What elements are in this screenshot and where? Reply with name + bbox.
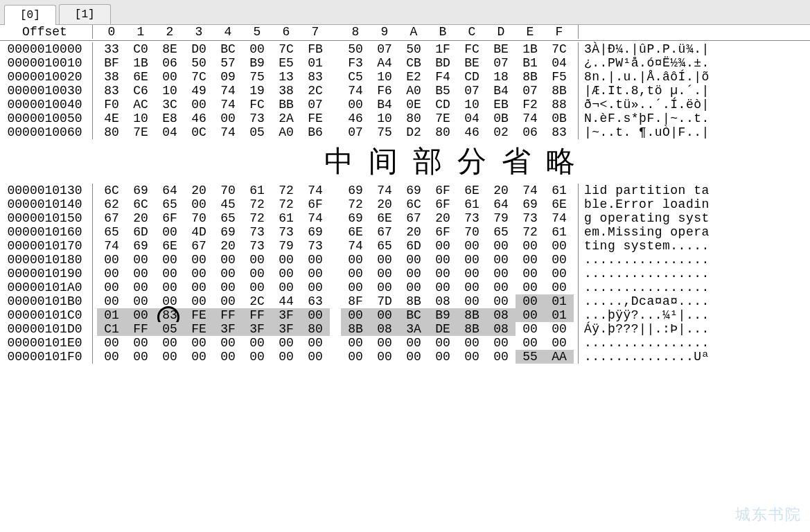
hex-byte[interactable]: 00 [370,253,399,267]
hex-byte[interactable]: 00 [457,253,486,267]
hex-byte[interactable]: 72 [243,211,272,225]
hex-byte[interactable]: 00 [155,350,184,364]
hex-byte[interactable]: 65 [486,225,516,239]
hex-byte[interactable]: 00 [428,336,457,350]
hex-byte[interactable]: 74 [97,239,126,253]
hex-byte[interactable]: 13 [272,70,301,84]
hex-byte[interactable]: 69 [126,184,155,197]
hex-byte[interactable]: 10 [370,112,399,125]
hex-byte[interactable]: 67 [370,225,399,239]
hex-byte[interactable]: 7C [545,42,574,56]
hex-byte[interactable]: FE [301,112,330,125]
hex-byte[interactable]: 6C [126,197,155,211]
hex-byte[interactable]: 19 [243,84,272,98]
hex-byte[interactable]: 73 [272,225,301,239]
hex-byte[interactable]: 18 [486,70,516,84]
hex-byte[interactable]: 00 [213,253,243,267]
hex-byte[interactable]: 69 [341,211,370,225]
hex-byte[interactable]: 73 [301,239,330,253]
hex-byte[interactable]: 67 [399,211,428,225]
hex-byte[interactable]: 62 [97,197,126,211]
hex-byte[interactable]: 74 [516,184,545,197]
hex-row[interactable]: 00000101C0010083FEFFFF3F000000BCB98B0800… [0,308,810,322]
hex-byte[interactable]: 61 [243,184,272,197]
hex-byte[interactable]: 07 [301,98,330,112]
hex-byte[interactable]: 00 [97,281,126,294]
hex-byte[interactable]: 00 [516,239,545,253]
hex-byte[interactable]: 00 [243,253,272,267]
hex-byte[interactable]: BE [457,56,486,70]
hex-byte[interactable]: 01 [97,308,126,322]
hex-row[interactable]: 0000010180000000000000000000000000000000… [0,253,810,267]
hex-byte[interactable]: 00 [370,308,399,322]
hex-byte[interactable]: 72 [516,225,545,239]
hex-row[interactable]: 00000101E0000000000000000000000000000000… [0,336,810,350]
hex-byte[interactable]: 74 [213,98,243,112]
hex-byte[interactable]: 00 [126,253,155,267]
hex-byte[interactable]: 01 [545,308,574,322]
hex-byte[interactable]: 8B [516,70,545,84]
hex-byte[interactable]: 3F [272,322,301,336]
hex-byte[interactable]: C5 [341,70,370,84]
hex-byte[interactable]: 6F [428,184,457,197]
hex-byte[interactable]: 6C [399,197,428,211]
hex-byte[interactable]: 50 [399,42,428,56]
hex-byte[interactable]: 00 [184,253,213,267]
hex-byte[interactable]: 73 [243,112,272,125]
hex-byte[interactable]: 6E [370,211,399,225]
hex-byte[interactable]: 65 [213,211,243,225]
hex-byte[interactable]: 80 [428,125,457,139]
hex-byte[interactable]: 00 [301,350,330,364]
hex-byte[interactable]: 70 [184,211,213,225]
hex-byte[interactable]: 07 [516,84,545,98]
hex-byte[interactable]: F2 [516,98,545,112]
hex-byte[interactable]: B6 [301,125,330,139]
hex-byte[interactable]: 20 [213,239,243,253]
hex-byte[interactable]: 00 [516,308,545,322]
hex-byte[interactable]: FC [457,42,486,56]
hex-byte[interactable]: 00 [399,350,428,364]
hex-byte[interactable]: 00 [370,336,399,350]
hex-byte[interactable]: 6C [97,184,126,197]
hex-row[interactable]: 00000101A0000000000000000000000000000000… [0,281,810,294]
hex-byte[interactable]: 07 [370,42,399,56]
hex-byte[interactable]: 80 [399,112,428,125]
hex-byte[interactable]: E8 [155,112,184,125]
hex-byte[interactable]: 00 [428,267,457,281]
hex-byte[interactable]: 02 [486,125,516,139]
hex-row[interactable]: 0000010190000000000000000000000000000000… [0,267,810,281]
hex-byte[interactable]: 70 [457,225,486,239]
hex-row[interactable]: 0000010010BF1B065057B9E501F3A4CBBDBE07B1… [0,56,810,70]
hex-row[interactable]: 0000010140626C65004572726F72206C6F616469… [0,197,810,211]
hex-byte[interactable]: AA [545,350,574,364]
hex-byte[interactable]: 50 [341,42,370,56]
hex-byte[interactable]: 73 [243,239,272,253]
hex-byte[interactable]: 00 [341,98,370,112]
hex-byte[interactable]: 44 [272,294,301,308]
hex-byte[interactable]: B9 [428,308,457,322]
hex-byte[interactable]: 00 [301,267,330,281]
hex-byte[interactable]: 49 [184,84,213,98]
hex-byte[interactable]: 00 [428,350,457,364]
hex-byte[interactable]: 83 [301,70,330,84]
hex-byte[interactable]: 00 [399,281,428,294]
hex-byte[interactable]: 00 [97,336,126,350]
hex-byte[interactable]: D2 [399,125,428,139]
hex-byte[interactable]: 01 [545,294,574,308]
hex-byte[interactable]: 6F [428,197,457,211]
hex-byte[interactable]: 01 [301,56,330,70]
hex-byte[interactable]: 00 [184,350,213,364]
hex-byte[interactable]: 74 [545,211,574,225]
hex-byte[interactable]: 00 [97,294,126,308]
hex-byte[interactable]: 00 [301,281,330,294]
hex-byte[interactable]: 00 [272,336,301,350]
hex-byte[interactable]: 00 [341,253,370,267]
hex-row[interactable]: 0000010040F0AC3C0074FCBB0700B40ECD10EBF2… [0,98,810,112]
hex-byte[interactable]: 00 [486,336,516,350]
hex-byte[interactable]: 00 [516,322,545,336]
hex-byte[interactable]: 75 [243,70,272,84]
hex-byte[interactable]: 00 [126,350,155,364]
hex-byte[interactable]: 00 [486,294,516,308]
hex-byte[interactable]: F0 [97,98,126,112]
hex-byte[interactable]: 00 [457,281,486,294]
